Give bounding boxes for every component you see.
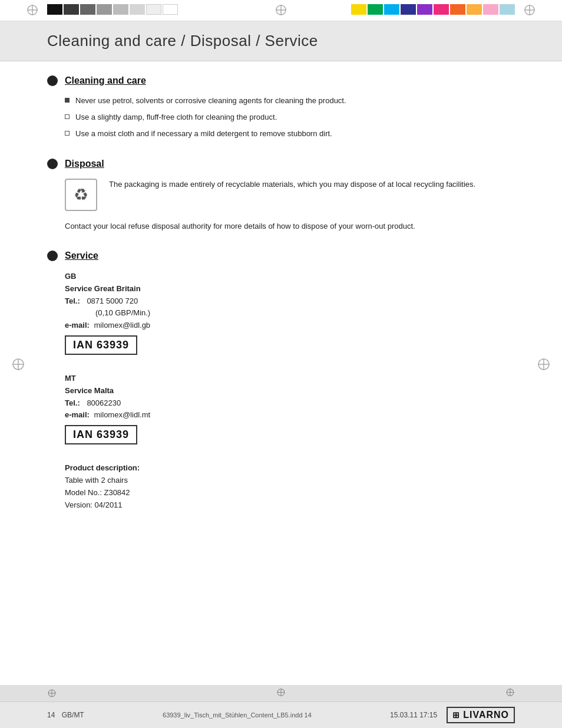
product-desc1: Table with 2 chairs: [65, 475, 515, 487]
service-gb-email: milomex@lidl.gb: [92, 321, 151, 330]
cleaning-section: Cleaning and care Never use petrol, solv…: [47, 75, 515, 140]
cleaning-item-2: Use a slightly damp, fluff-free cloth fo…: [75, 112, 277, 123]
footer-date: 15.03.11 17:15: [390, 711, 437, 719]
bullet-filled-icon: [65, 98, 70, 103]
disposal-contact-text: Contact your local refuse disposal autho…: [65, 220, 515, 232]
crosshair-center-icon: [275, 4, 287, 17]
main-content: Cleaning and care Never use petrol, solv…: [0, 61, 562, 685]
service-gb-tel-row: Tel.: 0871 5000 720: [65, 295, 515, 308]
service-gb-email-label: e-mail:: [65, 321, 90, 330]
bottom-bar: [0, 685, 562, 701]
service-mt-tel-label: Tel.:: [65, 398, 80, 407]
list-item: Use a slightly damp, fluff-free cloth fo…: [65, 112, 515, 123]
registration-right-icon: [537, 358, 550, 371]
crosshair-footer-center-icon: [276, 688, 286, 697]
top-bar: [0, 0, 562, 21]
service-gb-ian: IAN 63939: [73, 339, 129, 351]
list-item: Never use petrol, solvents or corrosive …: [65, 95, 515, 106]
product-label: Product description:: [65, 462, 515, 475]
color-swatches-right: [351, 4, 515, 15]
service-mt: MT Service Malta Tel.: 80062230 e-mail: …: [65, 373, 515, 448]
service-gb-name: Service Great Britain: [65, 283, 515, 295]
bullet-square-icon: [65, 131, 70, 136]
service-gb-email-row: e-mail: milomex@lidl.gb: [65, 319, 515, 332]
disposal-title: Disposal: [65, 159, 104, 169]
service-mt-email-label: e-mail:: [65, 410, 90, 419]
product-desc2: Model No.: Z30842: [65, 487, 515, 499]
service-mt-tel-row: Tel.: 80062230: [65, 397, 515, 410]
service-mt-name: Service Malta: [65, 385, 515, 397]
service-gb-tel-rate-row: (0,10 GBP/Min.): [65, 307, 515, 319]
bullet-square-icon: [65, 114, 70, 119]
service-mt-ian: IAN 63939: [73, 429, 129, 440]
service-section: Service GB Service Great Britain Tel.: 0…: [47, 251, 515, 511]
footer-right-area: 15.03.11 17:15 ⊞ LIVARNO: [390, 707, 515, 723]
service-mt-region: MT: [65, 373, 515, 385]
page-footer: 14 GB/MT 63939_liv_Tisch_mit_Stühlen_Con…: [0, 701, 562, 728]
service-mt-ian-box: IAN 63939: [65, 425, 137, 444]
service-title: Service: [65, 251, 98, 261]
livarno-text: LIVARNO: [463, 710, 509, 720]
service-gb: GB Service Great Britain Tel.: 0871 5000…: [65, 271, 515, 358]
page-wrapper: Cleaning and care / Disposal / Service C…: [0, 0, 562, 728]
footer-locale: GB/MT: [62, 711, 84, 719]
footer-page-info: 14 GB/MT: [47, 711, 84, 719]
crosshair-right-icon: [523, 4, 536, 17]
service-gb-tel-label: Tel.:: [65, 297, 80, 305]
service-mt-tel-number: 80062230: [82, 398, 121, 407]
crosshair-left-icon: [26, 4, 39, 17]
footer-filename: 63939_liv_Tisch_mit_Stühlen_Content_LB5.…: [163, 711, 312, 719]
cleaning-title: Cleaning and care: [65, 75, 146, 86]
page-header: Cleaning and care / Disposal / Service: [0, 21, 562, 61]
product-description: Product description: Table with 2 chairs…: [65, 462, 515, 511]
cleaning-item-3: Use a moist cloth and if necessary a mil…: [75, 129, 332, 139]
cleaning-item-1: Never use petrol, solvents or corrosive …: [75, 95, 346, 106]
cleaning-bullet-dot: [47, 75, 58, 86]
disposal-content: ♻ The packaging is made entirely of recy…: [65, 179, 515, 211]
service-content: GB Service Great Britain Tel.: 0871 5000…: [65, 271, 515, 511]
disposal-section: Disposal ♻ The packaging is made entirel…: [47, 159, 515, 232]
disposal-heading: Disposal: [47, 159, 515, 169]
service-mt-email-row: e-mail: milomex@lidl.mt: [65, 409, 515, 421]
product-desc3: Version: 04/2011: [65, 499, 515, 512]
list-item: Use a moist cloth and if necessary a mil…: [65, 129, 515, 139]
footer-page-number: 14: [47, 711, 55, 719]
service-bullet-dot: [47, 251, 58, 261]
service-heading: Service: [47, 251, 515, 261]
service-gb-region: GB: [65, 271, 515, 283]
crosshair-footer-right-icon: [505, 688, 515, 697]
color-swatches-left: [47, 4, 178, 15]
livarno-logo: ⊞ LIVARNO: [447, 707, 515, 723]
cleaning-heading: Cleaning and care: [47, 75, 515, 86]
crosshair-footer-left-icon: [47, 689, 57, 698]
recycle-icon: ♻: [65, 179, 97, 211]
service-gb-tel-number: 0871 5000 720: [82, 297, 138, 305]
registration-left-icon: [12, 358, 25, 371]
disposal-recycle-text: The packaging is made entirely of recycl…: [109, 179, 475, 190]
cleaning-list: Never use petrol, solvents or corrosive …: [65, 95, 515, 140]
service-gb-tel-rate: (0,10 GBP/Min.): [65, 308, 150, 317]
disposal-bullet-dot: [47, 159, 58, 169]
livarno-icon: ⊞: [452, 710, 460, 720]
page-title: Cleaning and care / Disposal / Service: [47, 32, 318, 50]
service-mt-email: milomex@lidl.mt: [92, 410, 151, 419]
service-gb-ian-box: IAN 63939: [65, 335, 137, 355]
